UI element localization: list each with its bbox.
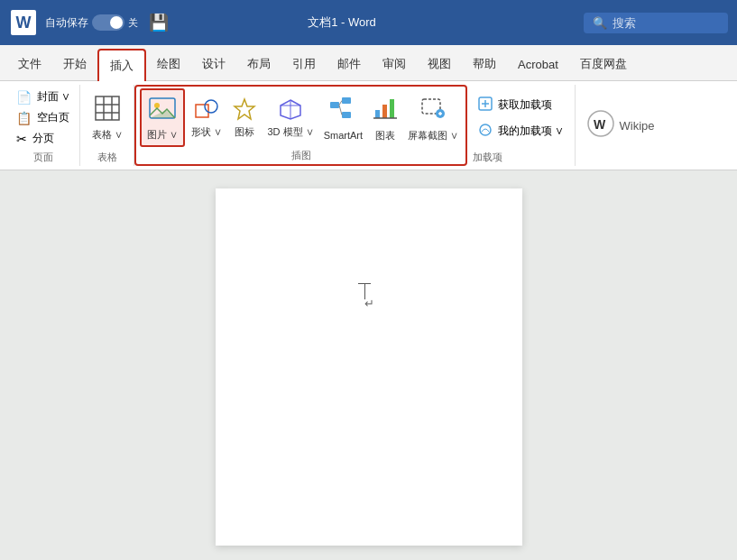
illustrations-group-label: 插图: [291, 147, 311, 162]
my-addins-button[interactable]: 我的加载项 ∨: [473, 121, 569, 142]
screenshot-label: 屏幕截图 ∨: [408, 129, 458, 142]
picture-label: 图片 ∨: [147, 128, 178, 142]
break-label: 分页: [32, 131, 54, 146]
wikipedia-icon[interactable]: W: [583, 106, 619, 146]
tab-review[interactable]: 审阅: [372, 48, 417, 80]
break-icon: ✂: [16, 132, 27, 146]
svg-text:W: W: [594, 117, 606, 132]
3dmodel-icon: [279, 97, 302, 124]
ribbon-tabs: 文件 开始 插入 绘图 设计 布局 引用 邮件 审阅 视图 帮助 Acrobat…: [0, 45, 737, 81]
document-title: 文档1 - Word: [107, 14, 576, 31]
cursor-symbol: ↵: [364, 297, 374, 310]
toggle-knob: [110, 16, 123, 29]
page-break-button[interactable]: ✂ 分页: [13, 129, 74, 148]
wikipedia-area: W Wikipe: [576, 85, 661, 166]
search-icon: 🔍: [593, 16, 607, 30]
cover-page-button[interactable]: 📄 封面 ∨: [13, 87, 74, 106]
word-logo-icon: W: [11, 10, 36, 35]
icon-label: 图标: [235, 125, 254, 139]
shape-button[interactable]: 形状 ∨: [187, 95, 226, 142]
table-label: 表格 ∨: [92, 128, 123, 142]
table-group-label: 表格: [97, 149, 117, 164]
tab-file[interactable]: 文件: [7, 48, 52, 80]
word-logo: W: [9, 8, 38, 37]
table-items: 表格 ∨: [87, 87, 128, 149]
svg-point-29: [480, 124, 491, 135]
group-illustrations: 图片 ∨ 形状 ∨ 图标: [134, 85, 467, 166]
search-input[interactable]: [613, 16, 703, 30]
svg-line-17: [339, 106, 342, 115]
smartart-label: SmartArt: [324, 130, 363, 141]
svg-rect-18: [375, 110, 380, 118]
smartart-icon: [329, 95, 356, 128]
tab-design[interactable]: 设计: [191, 48, 236, 80]
pages-items: 📄 封面 ∨ 📋 空白页 ✂ 分页: [13, 87, 74, 149]
svg-rect-0: [96, 96, 119, 120]
get-addins-label: 获取加载项: [498, 97, 552, 113]
table-button[interactable]: 表格 ∨: [87, 91, 128, 145]
3dmodel-button[interactable]: 3D 模型 ∨: [263, 95, 318, 142]
tab-insert[interactable]: 插入: [97, 49, 146, 81]
blank-page-button[interactable]: 📋 空白页: [13, 108, 74, 127]
group-table: 表格 ∨ 表格: [80, 85, 134, 166]
tab-draw[interactable]: 绘图: [146, 48, 191, 80]
tab-references[interactable]: 引用: [281, 48, 327, 80]
tab-home[interactable]: 开始: [52, 48, 97, 80]
blank-icon: 📋: [16, 111, 32, 125]
icon-icon: [233, 97, 256, 124]
tab-baiduyun[interactable]: 百度网盘: [569, 48, 638, 80]
svg-rect-19: [382, 105, 387, 118]
tab-acrobat[interactable]: Acrobat: [507, 48, 569, 80]
svg-rect-14: [342, 97, 351, 104]
table-icon: [94, 95, 121, 126]
group-pages: 📄 封面 ∨ 📋 空白页 ✂ 分页 页面: [7, 85, 80, 166]
pages-group-label: 页面: [33, 149, 53, 164]
blank-label: 空白页: [37, 110, 69, 125]
3dmodel-label: 3D 模型 ∨: [267, 125, 313, 139]
screenshot-button[interactable]: 屏幕截图 ∨: [404, 90, 462, 146]
tab-help[interactable]: 帮助: [462, 48, 507, 80]
screenshot-icon: [419, 94, 447, 127]
tab-layout[interactable]: 布局: [236, 48, 281, 80]
svg-point-8: [205, 100, 217, 113]
ribbon-content: 📄 封面 ∨ 📋 空白页 ✂ 分页 页面: [0, 81, 737, 170]
cover-icon: 📄: [16, 90, 32, 105]
chart-button[interactable]: 图表: [368, 90, 402, 146]
svg-rect-15: [342, 112, 351, 118]
search-box[interactable]: 🔍: [584, 13, 728, 33]
tab-mail[interactable]: 邮件: [327, 48, 372, 80]
illustrations-items: 图片 ∨ 形状 ∨ 图标: [140, 88, 462, 147]
smartart-button[interactable]: SmartArt: [320, 91, 366, 144]
my-addins-icon: [478, 123, 493, 140]
get-addins-icon: [478, 96, 493, 114]
document-area: ↵: [0, 170, 737, 560]
cover-label: 封面 ∨: [37, 89, 70, 105]
wikipedia-label: Wikipe: [619, 119, 654, 133]
chart-label: 图表: [375, 129, 395, 142]
svg-line-16: [339, 101, 342, 106]
svg-rect-13: [330, 102, 339, 108]
picture-icon: [148, 94, 177, 126]
my-addins-label: 我的加载项 ∨: [498, 124, 564, 139]
addins-group-label: 加载项: [473, 149, 502, 164]
svg-marker-9: [235, 99, 254, 119]
get-addins-button[interactable]: 获取加载项: [473, 95, 569, 115]
autosave-label: 自动保存: [45, 15, 88, 31]
svg-rect-20: [390, 99, 394, 118]
autosave-toggle[interactable]: [92, 14, 124, 31]
shape-icon: [195, 97, 218, 124]
chart-icon: [372, 94, 399, 127]
shape-label: 形状 ∨: [191, 125, 222, 139]
icon-button[interactable]: 图标: [228, 95, 261, 142]
tab-view[interactable]: 视图: [417, 48, 462, 80]
page-group-items: 📄 封面 ∨ 📋 空白页 ✂ 分页: [13, 87, 74, 148]
group-addins: 获取加载项 我的加载项 ∨ 加载项: [467, 85, 576, 166]
title-bar: W 自动保存 关 💾 文档1 - Word 🔍: [0, 0, 737, 45]
picture-button[interactable]: 图片 ∨: [140, 88, 185, 147]
document-page[interactable]: ↵: [216, 188, 522, 546]
